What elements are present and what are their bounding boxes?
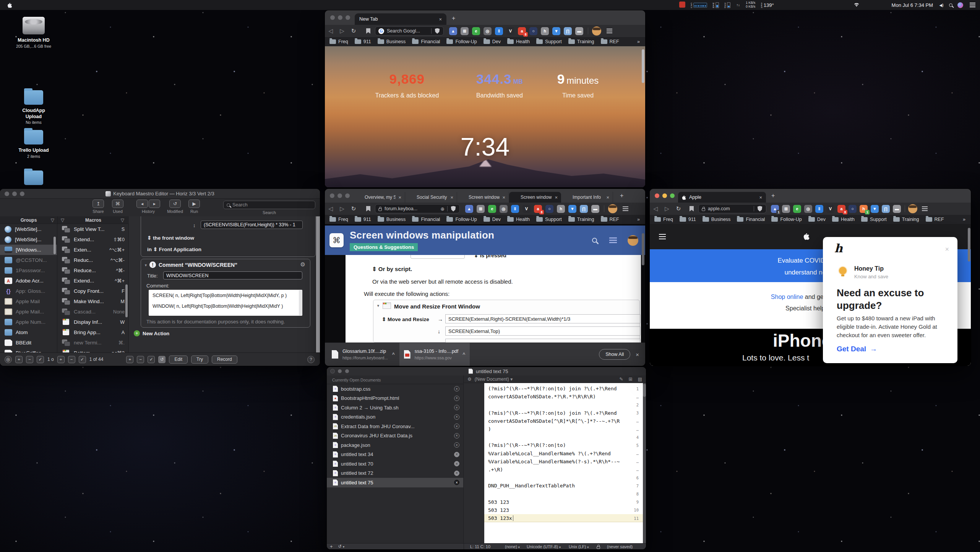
browser-tab[interactable]: Social Security× — [405, 192, 457, 203]
split-icon[interactable]: ⊞ — [629, 377, 633, 382]
macro-row[interactable]: Make Wind...M — [57, 296, 128, 307]
close-file-icon[interactable]: × — [454, 461, 459, 466]
group-row[interactable]: BlueGriffon — [0, 348, 57, 352]
history-forward-icon[interactable]: ▸ — [149, 200, 160, 208]
download-item[interactable]: Glossarium.10f....ziphttps://forum.keybo… — [327, 343, 399, 366]
editor-scroll-track[interactable] — [643, 383, 646, 543]
browser-tab[interactable]: Screen window× — [457, 192, 509, 203]
address-bar[interactable]: G Search Googl... — [375, 26, 444, 36]
modified-button[interactable]: ↺Modified — [163, 200, 187, 214]
traffic-lights[interactable] — [331, 369, 349, 373]
close-tab-icon[interactable]: × — [555, 195, 558, 200]
macro-row[interactable]: Bottom...⌥⌘3 — [57, 348, 128, 352]
macro-row[interactable]: Bring App...A — [57, 327, 128, 338]
title-field[interactable]: WINDOW/SCREEN — [163, 271, 302, 279]
disclosure-icon[interactable]: ▼ — [144, 263, 148, 267]
forum-search-icon[interactable] — [592, 238, 597, 243]
download-menu-icon[interactable]: ^ — [392, 352, 395, 357]
toggle-group-button[interactable]: ✓ — [37, 356, 44, 363]
browser-tab[interactable]: Important Info× — [561, 192, 613, 203]
honey-ext-icon[interactable]: h1 — [860, 205, 868, 213]
copy-ext-icon[interactable]: ⊞ — [461, 27, 469, 35]
circle-ext-icon[interactable]: ○ — [849, 205, 857, 213]
close-file-icon[interactable]: × — [454, 471, 459, 476]
a-ext-icon[interactable]: a8 — [534, 205, 542, 213]
toggle-action-button[interactable]: ✓ — [148, 356, 155, 363]
bookmarks-overflow-icon[interactable]: » — [963, 217, 971, 222]
browser-menu-icon[interactable] — [922, 208, 928, 209]
shop-online-link[interactable]: Shop online — [771, 294, 803, 300]
new-tab-button[interactable]: + — [771, 192, 775, 199]
notification-center-icon[interactable] — [970, 5, 975, 5]
y-expression-field[interactable]: SCREEN(External,Top) — [445, 326, 640, 336]
desktop-icon-macintosh-hd[interactable]: Macintosh HD 205 GB,...6 GB free — [11, 17, 57, 49]
network-speed[interactable]: 1 KB/s 0 KB/s — [746, 1, 755, 9]
untitled text 75[interactable]: untitled text 75× — [327, 478, 463, 487]
collapsed-pane-strip[interactable] — [316, 216, 320, 352]
profile-avatar[interactable] — [592, 26, 601, 36]
menu-item[interactable] — [14, 2, 23, 8]
shield-ext-icon[interactable]: ▲ — [449, 27, 457, 35]
close-tab-icon[interactable]: × — [450, 195, 453, 200]
bootstrap.css[interactable]: bootstrap.css× — [327, 384, 463, 394]
traffic-lights[interactable] — [0, 192, 24, 196]
evernote-ext-icon[interactable]: e — [488, 205, 496, 213]
mem-meter[interactable]: MEM — [712, 2, 719, 8]
bookmark-folder[interactable]: Support — [536, 217, 562, 222]
km-search-field[interactable]: Search — [223, 201, 315, 209]
traffic-lights[interactable] — [330, 15, 350, 20]
bookmark-folder[interactable]: Follow-Up — [446, 39, 477, 44]
bookmark-folder[interactable]: Freq — [329, 217, 348, 222]
forward-icon[interactable]: ▷ — [661, 205, 673, 212]
menu-clock[interactable]: Mon Jul 6 7:34 PM — [891, 2, 934, 8]
copy-ext-icon[interactable]: ⊞ — [782, 205, 790, 213]
close-file-icon[interactable]: × — [454, 442, 459, 448]
Column 2 → Using Tab.sh[interactable]: Column 2 → Using Tab.sh× — [327, 403, 463, 412]
forward-icon[interactable]: ▷ — [336, 28, 348, 34]
copy-ext-icon[interactable]: ⊞ — [477, 205, 485, 213]
language-menu[interactable]: (none) ▾ — [505, 544, 520, 549]
volume-icon[interactable]: ◀) — [939, 3, 944, 7]
bookmark-folder[interactable]: Support — [861, 217, 887, 222]
try-button[interactable]: Try — [191, 356, 208, 364]
honey-ext-icon[interactable]: h — [541, 27, 549, 35]
macro-row[interactable]: Extend...^⌘+ — [57, 276, 128, 286]
package.json[interactable]: package.json× — [327, 440, 463, 450]
macro-row[interactable]: Exten...^⌥⌘+ — [57, 245, 128, 255]
show-all-button[interactable]: Show All — [599, 349, 630, 360]
network-arrows-icon[interactable]: ↑↓ — [735, 3, 741, 7]
edit-icon[interactable]: ✎ — [620, 377, 623, 382]
menu-item[interactable] — [23, 2, 31, 8]
close-file-icon[interactable]: × — [454, 452, 459, 457]
brave-shield-icon[interactable] — [758, 206, 763, 211]
sort-icon[interactable]: ▽ — [121, 218, 124, 223]
macro-row[interactable]: Split View T...S — [57, 224, 128, 234]
untitled text 34[interactable]: untitled text 34× — [327, 450, 463, 459]
bookmark-folder[interactable]: Training — [568, 217, 594, 222]
line-ending-menu[interactable]: Unix (LF) ▾ — [569, 544, 589, 549]
sort-icon[interactable]: ▽ — [51, 218, 54, 223]
group-row[interactable]: 1Passswor... — [0, 265, 57, 276]
x-expression-field[interactable]: SCREEN(External,Right)-SCREEN(External,W… — [445, 314, 640, 323]
bookmark-folder[interactable]: Follow-Up — [771, 217, 802, 222]
close-file-icon[interactable]: × — [454, 433, 459, 438]
circle-ext-icon[interactable]: ○ — [529, 27, 537, 35]
group-row[interactable]: [WebSite]... — [0, 234, 57, 245]
browser-tab[interactable]: Overview, my S× — [353, 192, 405, 203]
recent-docs-icon[interactable]: ↺ ▾ — [338, 544, 344, 549]
scrollbar[interactable] — [642, 49, 644, 83]
bookmark-folder[interactable]: Freq — [329, 39, 348, 44]
cpu-meter[interactable]: CPU — [690, 2, 707, 8]
close-file-icon[interactable]: × — [454, 414, 459, 420]
close-file-icon[interactable]: × — [454, 480, 459, 485]
macro-row[interactable]: Reduc...^⌥⌘- — [57, 255, 128, 265]
shield-ext-icon[interactable]: ▲ — [465, 205, 473, 213]
bookmark-folder[interactable]: Freq — [654, 217, 673, 222]
reader-icon[interactable]: ⊕ — [441, 206, 445, 212]
bookmark-folder[interactable]: Health — [507, 39, 530, 44]
back-icon[interactable]: ◁ — [325, 205, 336, 212]
bookmark-folder[interactable]: Financial — [412, 217, 440, 222]
browser-tab[interactable]: Screen window× — [509, 192, 561, 203]
calc-field[interactable]: (SCREENVISIBLE(Front,Height)) * 33% - 1 — [201, 221, 303, 229]
close-tab-icon[interactable]: × — [439, 16, 442, 22]
